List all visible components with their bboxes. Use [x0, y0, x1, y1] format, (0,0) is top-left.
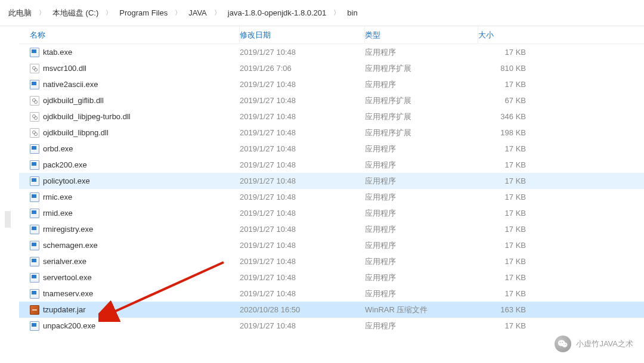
file-date: 2019/1/27 10:48: [240, 80, 365, 89]
file-row[interactable]: rmid.exe2019/1/27 10:48应用程序17 KB: [19, 205, 644, 221]
exe-icon: [30, 176, 39, 186]
file-type: WinRAR 压缩文件: [365, 305, 478, 315]
file-date: 2019/1/27 10:48: [240, 225, 365, 234]
file-size: 17 KB: [478, 160, 538, 169]
file-name: serialver.exe: [43, 257, 86, 266]
file-type: 应用程序: [365, 192, 478, 203]
chevron-right-icon: 〉: [171, 8, 185, 17]
file-list: 名称 修改日期 类型 大小 ktab.exe2019/1/27 10:48应用程…: [0, 26, 644, 334]
file-name: policytool.exe: [43, 176, 90, 185]
watermark-text: 小虚竹JAVA之术: [576, 339, 633, 349]
file-date: 2019/1/27 10:48: [240, 289, 365, 298]
file-date: 2019/1/27 10:48: [240, 257, 365, 266]
file-size: 163 KB: [478, 305, 538, 314]
file-size: 17 KB: [478, 257, 538, 266]
file-row[interactable]: pack200.exe2019/1/27 10:48应用程序17 KB: [19, 157, 644, 173]
file-type: 应用程序: [365, 288, 478, 299]
file-name: ojdkbuild_libjpeg-turbo.dll: [43, 112, 131, 121]
file-name: msvcr100.dll: [43, 64, 86, 73]
file-row[interactable]: tnameserv.exe2019/1/27 10:48应用程序17 KB: [19, 286, 644, 302]
file-type: 应用程序: [365, 47, 478, 58]
exe-icon: [30, 321, 39, 331]
svg-point-4: [560, 342, 561, 343]
file-size: 17 KB: [478, 273, 538, 282]
file-name: unpack200.exe: [43, 321, 95, 330]
file-type: 应用程序: [365, 224, 478, 235]
file-type: 应用程序: [365, 321, 478, 331]
file-type: 应用程序: [365, 144, 478, 154]
exe-icon: [30, 257, 39, 266]
file-type: 应用程序: [365, 240, 478, 251]
file-row[interactable]: ojdkbuild_libjpeg-turbo.dll2019/1/27 10:…: [19, 108, 644, 125]
file-name: tnameserv.exe: [43, 289, 93, 298]
file-size: 346 KB: [478, 112, 538, 121]
file-type: 应用程序扩展: [365, 111, 478, 122]
crumb-1[interactable]: 本地磁盘 (C:): [49, 7, 102, 20]
exe-icon: [30, 48, 39, 57]
crumb-2[interactable]: Program Files: [116, 7, 171, 18]
file-size: 17 KB: [478, 241, 538, 250]
file-name: ojdkbuild_giflib.dll: [43, 96, 104, 105]
file-size: 67 KB: [478, 96, 538, 105]
file-name: ojdkbuild_libpng.dll: [43, 128, 109, 137]
header-date[interactable]: 修改日期: [240, 26, 365, 44]
crumb-3[interactable]: JAVA: [185, 7, 210, 18]
file-row[interactable]: rmiregistry.exe2019/1/27 10:48应用程序17 KB: [19, 221, 644, 237]
dll-icon: [30, 96, 39, 106]
file-type: 应用程序: [365, 256, 478, 267]
file-row[interactable]: tzupdater.jar2020/10/28 16:50WinRAR 压缩文件…: [19, 302, 644, 318]
crumb-5[interactable]: bin: [343, 7, 361, 18]
exe-icon: [30, 193, 39, 202]
dll-icon: [30, 112, 39, 122]
column-headers: 名称 修改日期 类型 大小: [19, 26, 644, 44]
file-row[interactable]: rmic.exe2019/1/27 10:48应用程序17 KB: [19, 189, 644, 205]
svg-point-7: [565, 344, 566, 345]
file-row[interactable]: serialver.exe2019/1/27 10:48应用程序17 KB: [19, 253, 644, 269]
file-name: ktab.exe: [43, 48, 72, 57]
exe-icon: [30, 80, 39, 89]
file-row[interactable]: ojdkbuild_giflib.dll2019/1/27 10:48应用程序扩…: [19, 92, 644, 108]
crumb-4[interactable]: java-1.8.0-openjdk-1.8.0.201: [224, 7, 330, 18]
file-size: 17 KB: [478, 80, 538, 89]
file-row[interactable]: policytool.exe2019/1/27 10:48应用程序17 KB: [19, 173, 644, 189]
exe-icon: [30, 160, 39, 170]
file-row[interactable]: msvcr100.dll2019/1/26 7:06应用程序扩展810 KB: [19, 60, 644, 76]
svg-point-5: [562, 342, 564, 343]
file-name: servertool.exe: [43, 273, 92, 282]
file-date: 2019/1/26 7:06: [240, 64, 365, 73]
file-row[interactable]: servertool.exe2019/1/27 10:48应用程序17 KB: [19, 269, 644, 286]
file-size: 17 KB: [478, 289, 538, 298]
watermark: 小虚竹JAVA之术: [555, 336, 633, 352]
file-name: rmid.exe: [43, 209, 73, 218]
file-type: 应用程序: [365, 272, 478, 283]
header-type[interactable]: 类型: [365, 26, 478, 44]
chevron-right-icon: 〉: [102, 8, 116, 17]
file-row[interactable]: unpack200.exe2019/1/27 10:48应用程序17 KB: [19, 318, 644, 334]
file-type: 应用程序: [365, 176, 478, 187]
file-date: 2019/1/27 10:48: [240, 128, 365, 137]
file-row[interactable]: native2ascii.exe2019/1/27 10:48应用程序17 KB: [19, 76, 644, 92]
file-row[interactable]: orbd.exe2019/1/27 10:48应用程序17 KB: [19, 141, 644, 157]
file-date: 2019/1/27 10:48: [240, 241, 365, 250]
chevron-right-icon: 〉: [330, 8, 343, 17]
file-size: 17 KB: [478, 209, 538, 218]
svg-point-3: [562, 342, 568, 347]
dll-icon: [30, 128, 39, 138]
file-name: schemagen.exe: [43, 241, 98, 250]
file-size: 17 KB: [478, 225, 538, 234]
file-type: 应用程序: [365, 160, 478, 170]
file-name: native2ascii.exe: [43, 80, 98, 89]
file-date: 2020/10/28 16:50: [240, 305, 365, 314]
header-size[interactable]: 大小: [478, 26, 538, 44]
file-name: rmic.exe: [43, 193, 72, 201]
file-date: 2019/1/27 10:48: [240, 193, 365, 201]
exe-icon: [30, 209, 39, 218]
crumb-0[interactable]: 此电脑: [5, 7, 35, 20]
exe-icon: [30, 241, 39, 250]
exe-icon: [30, 273, 39, 283]
file-row[interactable]: ktab.exe2019/1/27 10:48应用程序17 KB: [19, 44, 644, 60]
file-type: 应用程序: [365, 79, 478, 90]
file-row[interactable]: ojdkbuild_libpng.dll2019/1/27 10:48应用程序扩…: [19, 125, 644, 141]
header-name[interactable]: 名称: [19, 26, 240, 44]
file-row[interactable]: schemagen.exe2019/1/27 10:48应用程序17 KB: [19, 237, 644, 253]
